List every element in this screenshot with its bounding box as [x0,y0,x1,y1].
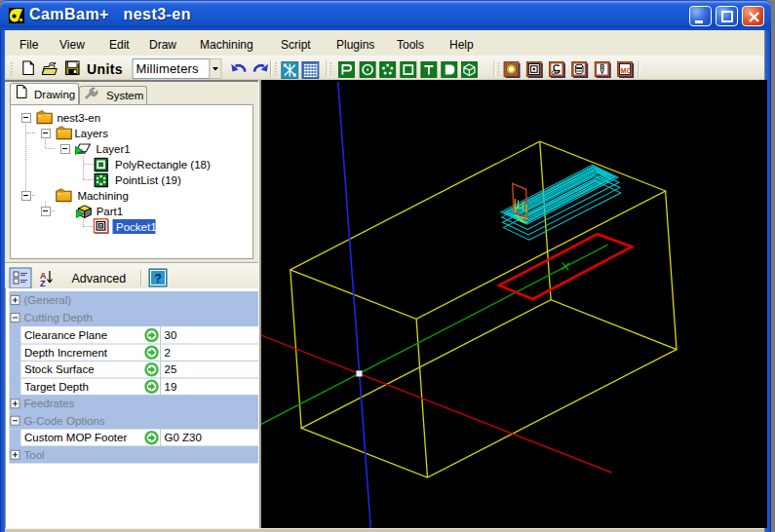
svg-text:G0 Z30: G0 Z30 [165,432,202,443]
svg-text:30: 30 [165,329,177,341]
svg-text:Pocket1: Pocket1 [116,221,157,233]
svg-text:Layers: Layers [74,128,108,139]
svg-text:?: ? [155,272,162,285]
svg-text:Cutting Depth: Cutting Depth [24,312,93,323]
svg-text:2: 2 [165,347,171,359]
svg-text:MC: MC [621,67,632,74]
svg-text:Custom MOP Footer: Custom MOP Footer [24,432,127,443]
svg-text:Clearance Plane: Clearance Plane [24,329,107,341]
svg-text:Target Depth: Target Depth [24,381,89,393]
svg-text:(General): (General) [24,294,72,306]
svg-text:PolyRectangle (18): PolyRectangle (18) [115,159,211,171]
svg-text:Z: Z [40,279,46,288]
svg-text:Advanced: Advanced [72,272,127,285]
svg-text:G-Code Options: G-Code Options [24,415,105,427]
svg-text:Depth Increment: Depth Increment [24,347,108,359]
svg-text:Millimeters: Millimeters [136,61,200,76]
svg-text:Tool: Tool [24,449,45,461]
svg-text:Part1: Part1 [97,206,124,217]
svg-text:nest3-en: nest3-en [57,112,100,124]
svg-text:Layer1: Layer1 [97,143,131,155]
svg-text:Stock Surface: Stock Surface [24,363,95,375]
svg-text:19: 19 [165,381,177,393]
svg-text:25: 25 [165,363,177,375]
svg-text:Units: Units [87,61,123,77]
svg-text:Machining: Machining [77,190,128,202]
svg-text:PointList (19): PointList (19) [115,174,181,186]
svg-text:Feedrates: Feedrates [24,398,75,409]
